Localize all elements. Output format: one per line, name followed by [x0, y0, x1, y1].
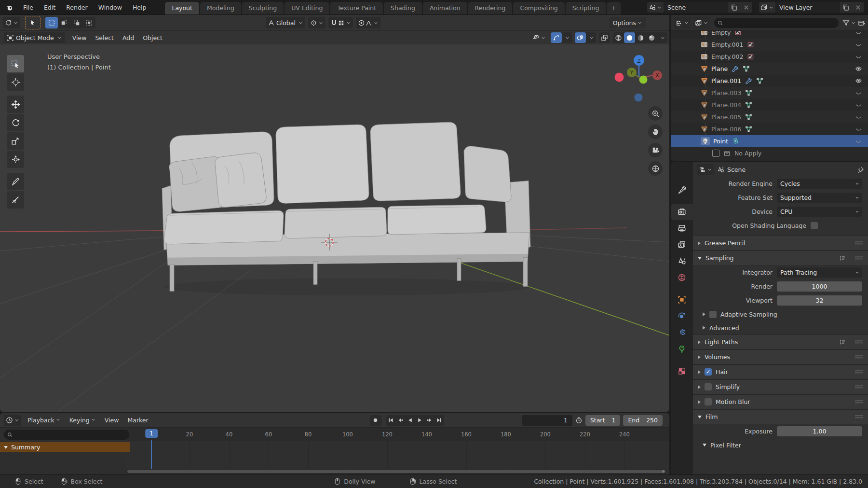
outliner-row-plane-006[interactable]: Plane.006 — [671, 123, 868, 135]
tool-cursor-button[interactable] — [7, 73, 24, 91]
jump-to-start-button[interactable] — [386, 415, 396, 426]
timeline-editor-type-button[interactable] — [4, 415, 21, 426]
timeline-ruler[interactable]: 20406080100120140160180200220240 — [126, 428, 669, 442]
render-field[interactable]: 1000 — [777, 281, 862, 292]
scene-copy-button[interactable] — [728, 2, 740, 13]
expand-icon[interactable] — [704, 115, 706, 119]
navigation-gizmo[interactable]: Z X Y — [612, 53, 665, 111]
current-frame-indicator[interactable]: 1 — [145, 429, 158, 438]
modifier-wrench-icon[interactable] — [732, 65, 739, 72]
tab-layout[interactable]: Layout — [165, 2, 199, 14]
play-reverse-button[interactable] — [406, 415, 415, 426]
drag-handle-icon[interactable] — [855, 400, 863, 404]
adaptive-sampling-checkbox[interactable] — [709, 311, 717, 318]
current-frame-field[interactable]: 1 — [522, 415, 572, 426]
shading-material-button[interactable] — [635, 32, 646, 43]
collapse-icon[interactable] — [703, 444, 706, 446]
tab-object-button[interactable] — [671, 292, 693, 308]
tab-render-button[interactable] — [671, 204, 693, 220]
overlays-toggle[interactable] — [575, 32, 586, 43]
visibility-eye-closed-icon[interactable] — [855, 138, 862, 145]
collapse-icon[interactable] — [703, 312, 705, 316]
gizmos-dropdown[interactable] — [562, 32, 572, 43]
drag-handle-icon[interactable] — [855, 415, 863, 419]
tool-annotate-button[interactable] — [7, 173, 24, 190]
tab-texture-button[interactable] — [671, 363, 693, 379]
visibility-eye-closed-icon[interactable] — [855, 41, 862, 48]
subpanel-advanced[interactable]: Advanced — [693, 321, 868, 335]
scene-unlink-button[interactable] — [740, 2, 752, 13]
panel-hair[interactable]: ✓Hair — [693, 364, 868, 379]
tab-scene-button[interactable] — [671, 253, 693, 269]
visibility-eye-closed-icon[interactable] — [855, 53, 862, 60]
timeline-search-input[interactable] — [4, 430, 129, 440]
show-gizmo-dropdown[interactable] — [530, 32, 548, 43]
panel-grease-pencil[interactable]: Grease Pencil — [693, 236, 868, 251]
collapse-icon[interactable] — [698, 385, 701, 389]
viewport-menu-view[interactable]: View — [68, 34, 91, 42]
collapse-icon[interactable] — [698, 400, 701, 404]
outliner-row-plane-005[interactable]: Plane.005 — [671, 111, 868, 123]
render-engine-dropdown[interactable]: Cycles — [777, 179, 862, 189]
outliner-row-plane[interactable]: Plane — [671, 63, 868, 75]
select-mode-new[interactable] — [45, 17, 58, 28]
timeline-body[interactable]: 20406080100120140160180200220240 Summary… — [0, 428, 669, 474]
simplify-checkbox[interactable] — [705, 383, 712, 390]
shading-wireframe-button[interactable] — [613, 32, 624, 43]
tab-constraints-button[interactable] — [671, 324, 693, 341]
outliner-row-empty[interactable]: Empty — [671, 31, 868, 39]
auto-keying-button[interactable] — [370, 415, 381, 426]
exposure-field[interactable]: 1.00 — [777, 426, 862, 436]
viewport-menu-add[interactable]: Add — [118, 34, 138, 42]
pin-icon[interactable] — [857, 166, 864, 173]
timeline-menu-keying[interactable]: Keying — [65, 417, 100, 424]
frame-end-field[interactable]: End250 — [623, 415, 663, 426]
frame-start-field[interactable]: Start1 — [585, 415, 621, 426]
tool-measure-button[interactable] — [7, 191, 24, 209]
tab-output-button[interactable] — [671, 220, 693, 237]
editor-type-button[interactable] — [3, 17, 20, 28]
tab-world-button[interactable] — [671, 269, 693, 286]
modifier-wrench-icon[interactable] — [745, 77, 752, 84]
transform-orientation-dropdown[interactable]: Global — [266, 17, 305, 28]
hair-checkbox[interactable]: ✓ — [705, 368, 712, 376]
timeline-menu-marker[interactable]: Marker — [123, 417, 152, 424]
zoom-button[interactable] — [648, 106, 663, 121]
gizmos-toggle[interactable] — [551, 32, 562, 43]
play-button[interactable] — [415, 415, 425, 426]
panel-film[interactable]: Film — [693, 409, 868, 424]
outliner-editor-type-button[interactable] — [674, 17, 691, 28]
expand-icon[interactable] — [704, 91, 706, 95]
timeline-tracks[interactable] — [126, 441, 669, 469]
collapse-icon[interactable] — [698, 340, 701, 344]
expand-icon[interactable] — [704, 67, 706, 71]
menu-render[interactable]: Render — [61, 0, 93, 14]
pivot-point-dropdown[interactable] — [308, 17, 326, 28]
viewport-menu-select[interactable]: Select — [91, 34, 118, 42]
snap-target-dropdown[interactable] — [338, 19, 345, 27]
active-tool-button[interactable] — [25, 16, 41, 29]
view-layer-remove-button[interactable] — [852, 2, 864, 13]
outliner-display-mode-dropdown[interactable] — [693, 17, 710, 28]
outliner-row-plane-003[interactable]: Plane.003 — [671, 87, 868, 99]
view-layer-copy-button[interactable] — [840, 2, 852, 13]
visibility-eye-closed-icon[interactable] — [855, 89, 862, 97]
tab-animation[interactable]: Animation — [423, 2, 467, 14]
timeline-menu-playback[interactable]: Playback — [23, 417, 65, 424]
panel-light-paths[interactable]: Light Paths — [693, 335, 868, 349]
integrator-dropdown[interactable]: Path Tracing — [777, 267, 862, 278]
collapse-icon[interactable] — [698, 416, 702, 418]
tool-select-button[interactable] — [7, 55, 24, 72]
tab-viewlayer-button[interactable] — [671, 237, 693, 253]
summary-channel[interactable]: Summary — [0, 442, 130, 452]
visibility-eye-closed-icon[interactable] — [855, 125, 862, 133]
visibility-eye-closed-icon[interactable] — [855, 101, 862, 109]
pan-button[interactable] — [648, 125, 663, 139]
view-layer-name-field[interactable]: View Layer — [775, 2, 840, 13]
outliner-row-empty-001[interactable]: Empty.001 — [671, 39, 868, 51]
tab-texture-paint[interactable]: Texture Paint — [330, 2, 383, 14]
overlays-dropdown[interactable] — [586, 32, 596, 43]
visibility-eye-open-icon[interactable] — [855, 77, 862, 84]
tab--[interactable]: + — [607, 2, 620, 14]
outliner-row-no-apply[interactable]: No Apply — [671, 147, 868, 159]
